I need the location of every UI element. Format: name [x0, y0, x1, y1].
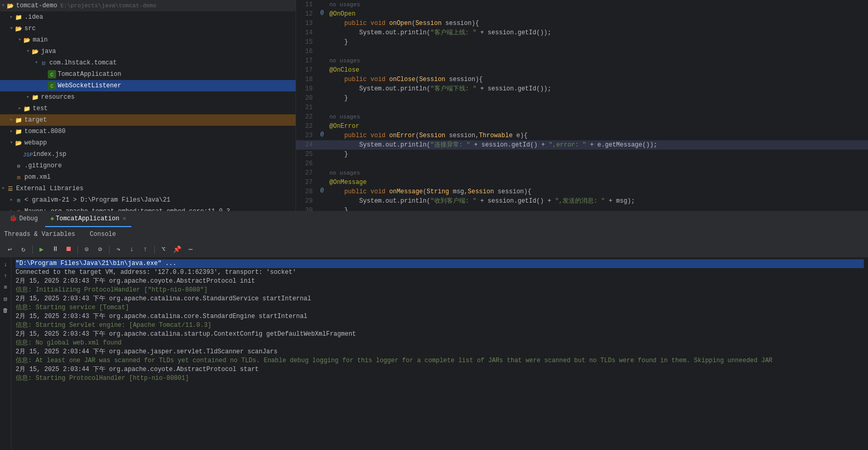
line-number: 29: [296, 196, 317, 206]
tree-label-pomxml: pom.xml: [24, 173, 50, 182]
step-over-btn[interactable]: ↷: [113, 244, 124, 255]
code-content: }: [327, 206, 868, 211]
tree-label-graalvm: < graalvm-21 > D:\Program Files\Java\21: [24, 195, 170, 205]
pause-btn[interactable]: ⏸: [49, 244, 61, 255]
gutter-cell: [317, 47, 327, 56]
gutter-cell: [317, 206, 327, 211]
tree-item-tomcat8080[interactable]: ▸📁tomcat.8080: [0, 126, 296, 137]
code-row: 13 public void onOpen(Session session){: [296, 19, 868, 28]
code-content: System.out.println("收到客户端: " + session.g…: [327, 196, 868, 206]
code-content: }: [327, 37, 868, 47]
line-number: 21: [296, 103, 317, 112]
tree-label-test: test: [33, 104, 48, 113]
evaluate-btn[interactable]: ⌥: [158, 244, 169, 255]
no-usages-label: no usages: [327, 0, 868, 9]
tree-label-TomcatApplication: TomcatApplication: [58, 70, 121, 79]
tree-item-pkg[interactable]: ▾⊡com.lhstack.tomcat: [0, 57, 296, 69]
tree-item-main[interactable]: ▾📂main: [0, 34, 296, 46]
filter-btn[interactable]: ⊡: [1, 294, 11, 304]
tree-item-src[interactable]: ▾📂src: [0, 23, 296, 34]
tree-item-target[interactable]: ▸📁target: [0, 114, 296, 126]
tree-icon-idea: 📁: [15, 13, 23, 21]
tree-item-pomxml[interactable]: mpom.xml: [0, 171, 296, 183]
code-content: @OnClose: [327, 65, 868, 75]
tree-icon-main: 📂: [23, 36, 31, 44]
code-content: System.out.println("客户端下线: " + session.g…: [327, 84, 868, 94]
code-row: 27@OnMessage: [296, 178, 868, 187]
sep3: [109, 245, 110, 254]
tree-item-indexjsp[interactable]: JSPindex.jsp: [0, 149, 296, 160]
console-label: Console: [90, 231, 116, 238]
tree-item-TomcatApplication[interactable]: CTomcatApplication: [0, 69, 296, 80]
more-btn[interactable]: ⋯: [185, 244, 196, 255]
code-content: @OnError: [327, 122, 868, 131]
tree-icon-target: 📁: [15, 116, 23, 124]
rerun-btn[interactable]: ↩: [4, 244, 16, 255]
line-number: 23: [296, 131, 317, 140]
tree-label-tomcat8080: tomcat.8080: [24, 127, 65, 136]
code-row: 22no usages: [296, 112, 868, 122]
line-number: 12: [296, 9, 317, 19]
code-row: 23@ public void onError(Session session,…: [296, 131, 868, 140]
stop-btn[interactable]: ⏹: [63, 244, 74, 255]
console-line: 2月 15, 2025 2:03:44 下午 org.apache.coyote…: [16, 365, 864, 374]
tree-arrow-test: ▸: [17, 104, 23, 113]
tree-item-resources[interactable]: ▸📁resources: [0, 91, 296, 103]
code-row: 14 System.out.println("客户端上线: " + sessio…: [296, 28, 868, 37]
console-line: 2月 15, 2025 2:03:43 下午 org.apache.catali…: [16, 295, 864, 303]
step-into-btn[interactable]: ↓: [126, 244, 138, 255]
console-line: 信息: Starting Servlet engine: [Apache Tom…: [16, 321, 864, 330]
tree-label-src: src: [24, 24, 36, 33]
no-usages-label: no usages: [327, 56, 868, 65]
pin-btn[interactable]: 📌: [171, 244, 183, 255]
gutter-cell: [317, 65, 327, 75]
tree-label-pkg: com.lhstack.tomcat: [49, 58, 117, 68]
close-tab-icon[interactable]: ✕: [123, 215, 126, 222]
tree-icon-test: 📁: [23, 104, 31, 113]
mute-breakpoints-btn[interactable]: ⊘: [95, 244, 106, 255]
tree-item-java[interactable]: ▾📂java: [0, 46, 296, 57]
gutter-cell: [317, 122, 327, 131]
debug-tomcat-tab[interactable]: ◈ TomcatApplication ✕: [45, 211, 131, 227]
tree-icon-indexjsp: JSP: [23, 150, 31, 158]
line-number: 17: [296, 65, 317, 75]
code-content: @OnOpen: [327, 9, 868, 19]
code-content: public void onError(Session session,Thro…: [327, 131, 868, 140]
tree-arrow-tomcat-demo: ▾: [0, 1, 6, 10]
tree-item-extlibs[interactable]: ▾☰External Libraries: [0, 183, 296, 194]
tree-arrow-idea: ▸: [8, 12, 15, 22]
code-row: 28@ public void onMessage(String msg,Ses…: [296, 187, 868, 196]
tree-item-gitignore[interactable]: ⊘.gitignore: [0, 160, 296, 171]
clear-btn[interactable]: 🗑: [1, 305, 11, 315]
tree-item-WebSocketListener[interactable]: CWebSocketListener: [0, 80, 296, 91]
code-content: }: [327, 150, 868, 159]
code-row: 24 System.out.println("连接异常: " + session…: [296, 140, 868, 150]
tree-label-idea: .idea: [24, 12, 43, 22]
code-content: [327, 159, 868, 168]
restore-btn[interactable]: ↻: [18, 244, 29, 255]
tree-label-indexjsp: index.jsp: [33, 150, 66, 159]
tree-item-webapp[interactable]: ▾📂webapp: [0, 137, 296, 149]
tree-item-graalvm[interactable]: ▸⊞< graalvm-21 > D:\Program Files\Java\2…: [0, 194, 296, 206]
code-row: 19 System.out.println("客户端下线: " + sessio…: [296, 84, 868, 94]
code-table: 11no usages12@@OnOpen13 public void onOp…: [296, 0, 868, 211]
tree-item-test[interactable]: ▸📁test: [0, 103, 296, 114]
tree-item-idea[interactable]: ▸📁.idea: [0, 11, 296, 23]
line-number: 20: [296, 94, 317, 103]
step-out-btn[interactable]: ↑: [140, 244, 151, 255]
line-number: 30: [296, 206, 317, 211]
tree-arrow-webapp: ▾: [8, 138, 15, 148]
view-breakpoints-btn[interactable]: ⊙: [81, 244, 92, 255]
no-usages-label: no usages: [327, 112, 868, 122]
console-line: 2月 15, 2025 2:03:43 下午 org.apache.catali…: [16, 330, 864, 339]
down-arrow-btn[interactable]: ↓: [1, 259, 11, 270]
code-scroll[interactable]: 11no usages12@@OnOpen13 public void onOp…: [296, 0, 868, 211]
tree-item-maven1[interactable]: ▸⊞Maven: org.apache.tomcat.embed:tomcat-…: [0, 206, 296, 211]
sep2: [77, 245, 78, 254]
settings-btn[interactable]: ≡: [1, 282, 11, 293]
gutter-cell: [317, 28, 327, 37]
resume-btn[interactable]: ▶: [36, 244, 47, 255]
gutter-cell: [317, 168, 327, 178]
tree-item-tomcat-demo[interactable]: ▾📂tomcat-demoE:\projects\java\tomcat-dem…: [0, 0, 296, 11]
up-arrow-btn[interactable]: ↑: [1, 271, 11, 281]
